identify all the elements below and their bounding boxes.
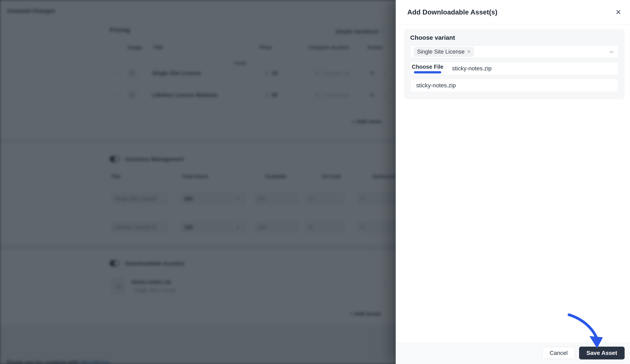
chevron-down-icon: [610, 49, 613, 53]
asset-name-input[interactable]: [410, 79, 618, 92]
save-asset-button[interactable]: Save Asset: [579, 346, 624, 360]
remove-chip-icon[interactable]: ✕: [467, 49, 471, 54]
chosen-file-name: sticky-notes.zip: [445, 62, 492, 75]
file-upload-field: Choose File sticky-notes.zip: [410, 62, 618, 75]
variant-multiselect[interactable]: Single Site License ✕: [410, 45, 618, 58]
choose-variant-label: Choose variant: [410, 34, 618, 41]
selected-variant-chip: Single Site License ✕: [414, 47, 474, 57]
choose-file-label: Choose File: [412, 64, 443, 70]
modal-title: Add Downloadable Asset(s): [407, 8, 497, 16]
asset-form-card: Choose variant Single Site License ✕ Cho…: [404, 29, 624, 99]
add-downloadable-asset-modal: Add Downloadable Asset(s) ✕ Choose varia…: [396, 0, 630, 364]
choose-file-button[interactable]: Choose File: [410, 62, 445, 75]
upload-progress-bar: [414, 71, 441, 74]
screen: Unsaved Changes Pricing Simple Variation…: [0, 0, 630, 364]
modal-footer: Cancel Save Asset: [396, 342, 630, 364]
close-icon[interactable]: ✕: [616, 9, 622, 16]
cancel-button[interactable]: Cancel: [542, 347, 575, 359]
chip-label: Single Site License: [417, 49, 465, 55]
modal-header: Add Downloadable Asset(s) ✕: [396, 0, 630, 24]
